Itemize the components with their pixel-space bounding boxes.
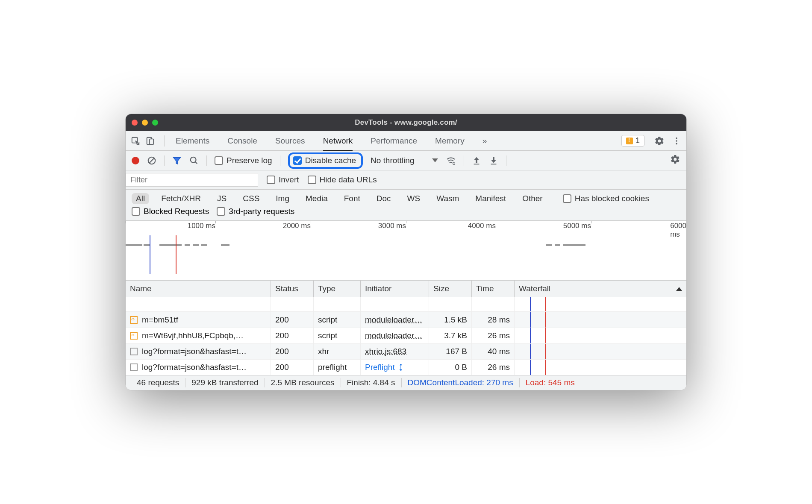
table-row[interactable]: m=bm51tf 200 script moduleloader… 1.5 kB… [126,312,686,328]
separator [164,135,165,147]
table-row[interactable]: log?format=json&hasfast=t… 200 xhr xhrio… [126,343,686,359]
status-transferred: 929 kB transferred [185,378,265,387]
separator [506,155,506,166]
tab-network[interactable]: Network [323,136,353,151]
tab-elements[interactable]: Elements [176,136,209,146]
preserve-log-checkbox[interactable]: Preserve log [215,156,272,165]
cell-status: 200 [271,312,314,328]
script-file-icon [130,316,138,324]
status-requests: 46 requests [131,378,185,387]
type-other[interactable]: Other [518,193,547,204]
document-file-icon [130,348,138,355]
col-initiator[interactable]: Initiator [361,281,429,297]
timeline-overview[interactable]: 1000 ms 2000 ms 3000 ms 4000 ms 5000 ms … [126,221,686,281]
separator [555,193,555,204]
blocked-requests-label: Blocked Requests [144,207,209,216]
tab-console[interactable]: Console [227,136,257,146]
disable-cache-checkbox[interactable]: Disable cache [293,156,356,165]
col-size[interactable]: Size [429,281,472,297]
separator [280,155,280,166]
table-row[interactable]: m=Wt6vjf,hhhU8,FCpbqb,… 200 script modul… [126,328,686,343]
download-har-icon[interactable] [489,156,498,165]
cell-initiator[interactable]: Preflight ⭥ [365,363,405,372]
device-toolbar-icon[interactable] [144,135,156,147]
hide-data-urls-checkbox[interactable]: Hide data URLs [308,175,377,185]
col-name[interactable]: Name [126,281,271,297]
filter-icon[interactable] [172,156,182,165]
type-ws[interactable]: WS [403,193,425,204]
tick-2000: 2000 ms [283,222,311,230]
type-manifest[interactable]: Manifest [471,193,510,204]
tab-overflow[interactable]: » [482,136,487,146]
tab-memory[interactable]: Memory [435,136,465,146]
type-doc[interactable]: Doc [372,193,395,204]
col-waterfall[interactable]: Waterfall [515,281,686,297]
svg-rect-12 [491,164,497,164]
type-css[interactable]: CSS [238,193,264,204]
svg-point-3 [676,137,677,139]
blocked-requests-checkbox[interactable]: Blocked Requests [132,207,209,216]
clear-button[interactable] [147,156,156,165]
col-type[interactable]: Type [314,281,361,297]
tab-performance[interactable]: Performance [371,136,417,146]
cell-type: script [314,312,361,328]
invert-checkbox[interactable]: Invert [267,175,299,185]
network-conditions-icon[interactable] [446,155,456,166]
chevron-down-icon [432,158,438,162]
panel-settings-icon[interactable] [670,154,680,167]
type-font[interactable]: Font [340,193,365,204]
cell-waterfall [515,359,686,375]
search-icon[interactable] [189,156,199,165]
has-blocked-cookies-checkbox[interactable]: Has blocked cookies [563,194,649,203]
type-media[interactable]: Media [301,193,332,204]
tick-3000: 3000 ms [378,222,406,230]
status-finish: Finish: 4.84 s [341,378,402,387]
status-bar: 46 requests 929 kB transferred 2.5 MB re… [126,375,686,390]
network-toolbar: Preserve log Disable cache No throttling [126,151,686,170]
cell-time: 40 ms [476,347,510,356]
filter-row: Invert Hide data URLs [126,170,686,190]
separator [464,155,464,166]
titlebar: DevTools - www.google.com/ [126,114,686,131]
tab-sources[interactable]: Sources [275,136,305,146]
devtools-window: DevTools - www.google.com/ Elements Cons… [125,114,687,390]
type-wasm[interactable]: Wasm [432,193,463,204]
status-load: Load: 545 ms [520,378,581,387]
tick-5000: 5000 ms [563,222,591,230]
script-file-icon [130,332,138,340]
sort-asc-icon [676,287,682,291]
table-row[interactable]: log?format=json&hasfast=t… 200 preflight… [126,359,686,375]
throttling-select[interactable]: No throttling [371,156,438,165]
upload-har-icon[interactable] [472,156,481,165]
cell-name: log?format=json&hasfast=t… [142,347,247,356]
cell-time: 28 ms [476,315,510,325]
cell-initiator[interactable]: xhrio.js:683 [365,347,406,356]
table-spacer [126,297,686,312]
col-status[interactable]: Status [271,281,314,297]
issues-chip[interactable]: 1 [621,135,644,147]
third-party-requests-checkbox[interactable]: 3rd-party requests [217,207,294,216]
record-button[interactable] [132,157,139,164]
type-all[interactable]: All [132,193,149,204]
cell-type: script [314,328,361,343]
throttling-label: No throttling [371,156,414,165]
type-js[interactable]: JS [213,193,231,204]
tick-4000: 4000 ms [468,222,496,230]
type-fetch-xhr[interactable]: Fetch/XHR [157,193,205,204]
third-party-requests-label: 3rd-party requests [229,207,294,216]
document-file-icon [130,363,138,371]
cell-initiator[interactable]: moduleloader… [365,331,422,340]
separator [206,155,207,166]
type-img[interactable]: Img [271,193,294,204]
inspect-element-icon[interactable] [130,135,141,147]
settings-icon[interactable] [654,135,665,147]
separator [164,155,165,166]
col-time[interactable]: Time [472,281,515,297]
has-blocked-cookies-label: Has blocked cookies [575,194,649,203]
checkbox-icon [132,207,140,216]
invert-label: Invert [279,175,299,185]
cell-status: 200 [271,343,314,359]
filter-input[interactable] [126,173,258,187]
cell-initiator[interactable]: moduleloader… [365,315,422,324]
kebab-menu-icon[interactable] [671,135,682,147]
